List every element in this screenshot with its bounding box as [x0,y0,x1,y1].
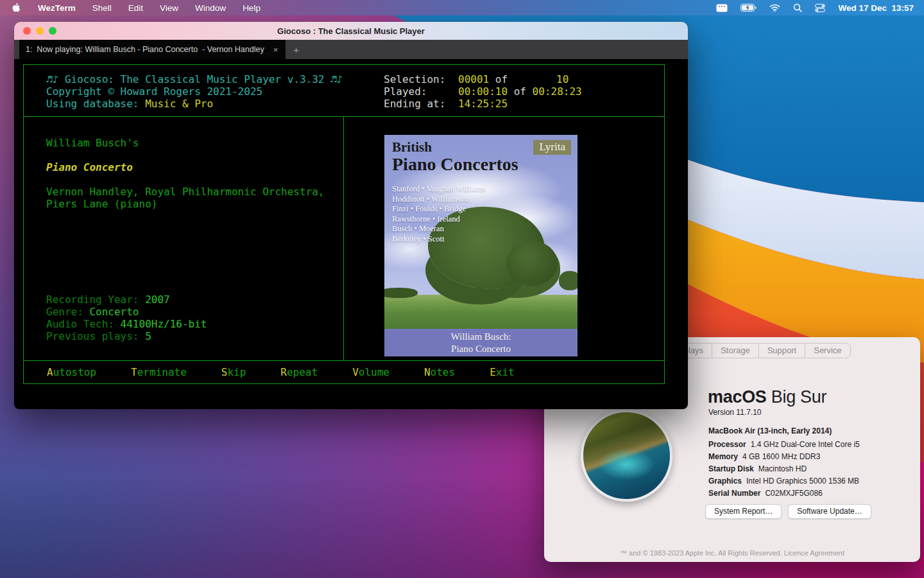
composer-list-line: Busch • Moeran [392,224,485,234]
desktop: Displays Storage Support Service macOS B… [0,0,924,578]
zoom-window-button[interactable] [49,27,56,35]
menu-item-label: xit [496,366,515,378]
menu-item-autostop[interactable]: Autostop [47,366,96,378]
menu-item-edit[interactable]: Edit [128,3,143,13]
control-center-icon[interactable] [815,4,825,12]
selection-total: 10 [556,73,569,85]
ending-label: Ending at: [384,98,458,110]
meta-value: 2007 [145,293,170,306]
spec-row-memory: Memory4 GB 1600 MHz DDR3 [708,451,860,463]
meta-recording-year: Recording Year: 2007 [46,293,343,306]
meta-label: Genre: [46,306,89,318]
tab-service[interactable]: Service [805,344,850,358]
system-report-button[interactable]: System Report… [705,504,782,519]
spec-value: 4 GB 1600 MHz DDR3 [742,452,820,461]
hotkey: T [131,366,137,378]
selection-of: of [489,73,508,85]
new-tab-button[interactable]: + [286,40,307,59]
keyboard-icon[interactable] [716,4,728,12]
composer-list-line: Berkeley • Scott [392,234,485,245]
spec-row-serial-number: Serial NumberC02MXJF5G086 [708,487,860,500]
bush-graphic [384,288,418,298]
macos-menu-bar: WezTerm Shell Edit View Window Help [0,0,924,15]
window-titlebar[interactable]: Giocoso : The Classical Music Player [14,22,688,40]
played-total: 00:28:23 [533,85,582,98]
menu-item-view[interactable]: View [160,3,178,13]
software-update-button[interactable]: Software Update… [788,504,871,519]
selection-label: Selection: [384,73,458,85]
menu-item-label: kip [227,366,246,378]
spec-label: Processor [708,440,746,449]
giocoso-tui: ♬♪ Giocoso: The Classical Music Player v… [23,64,665,384]
menu-item-label: otes [431,366,456,378]
ending-row: Ending at:14:25:25 [384,98,664,110]
banner-line-3: Using database: Music & Pro [46,98,384,110]
traffic-lights [23,27,56,35]
meta-value: Concerto [89,306,139,318]
spec-row-processor: Processor1.4 GHz Dual-Core Intel Core i5 [708,439,860,451]
spec-row-startup-disk: Startup DiskMacintosh HD [708,463,860,475]
about-tab-bar: Displays Storage Support Service [663,343,851,358]
menu-item-skip[interactable]: Skip [221,366,246,378]
menu-item-exit[interactable]: Exit [490,366,515,378]
os-name-bold: macOS [708,387,767,407]
played-label: Played: [384,85,458,98]
menu-item-window[interactable]: Window [195,3,226,13]
composer-line: William Busch's [46,137,343,149]
terminal-tab-1[interactable]: 1: Now playing: William Busch - Piano Co… [19,40,286,59]
menu-item-label: olume [359,366,389,378]
menu-item-repeat[interactable]: Repeat [280,366,318,378]
played-row: Played:00:00:10 of 00:28:23 [384,85,664,98]
os-name-title: macOS Big Sur [708,387,826,407]
db-label: Using database: [46,98,145,110]
blank-line [46,173,343,186]
window-title: Giocoso : The Classical Music Player [277,26,425,36]
selection-value: 00001 [458,73,489,85]
menu-item-terminate[interactable]: Terminate [131,366,187,378]
menu-item-notes[interactable]: Notes [424,366,455,378]
track-metadata: Recording Year: 2007 Genre: Concerto Aud… [46,293,343,342]
close-window-button[interactable] [23,27,31,35]
meta-value: 5 [145,330,151,342]
menu-item-volume[interactable]: Volume [352,366,389,378]
played-value: 00:00:10 [458,85,508,98]
menu-app-name[interactable]: WezTerm [38,3,76,13]
about-buttons: System Report… Software Update… [705,504,871,519]
spec-row-graphics: GraphicsIntel HD Graphics 5000 1536 MB [708,475,860,487]
licence-agreement-link[interactable]: Licence Agreement [784,549,844,557]
menu-item-label: utostop [53,366,96,378]
bush-graphic [559,271,578,290]
search-icon[interactable] [793,3,802,12]
spec-label: Startup Disk [708,464,754,473]
menu-item-help[interactable]: Help [243,3,261,13]
tab-storage[interactable]: Storage [712,344,758,358]
playback-status: Selection:00001 of10 Played:00:00:10 of … [384,73,664,116]
album-caption-line-2: Piano Concerto [384,343,578,355]
spec-list: Processor1.4 GHz Dual-Core Intel Core i5… [708,439,860,500]
menu-item-shell[interactable]: Shell [92,3,112,13]
album-cover-image: British Piano Concertos Lyrita Stanford … [384,135,578,356]
tab-close-icon[interactable]: × [273,45,278,55]
menu-bar-clock[interactable]: Wed 17 Dec 13:57 [838,3,914,13]
ending-value: 14:25:25 [458,98,508,110]
spec-label: Serial Number [708,489,760,498]
hotkey: N [424,366,431,378]
spec-value: Macintosh HD [758,464,807,473]
hotkey: A [47,366,53,378]
spec-label: Graphics [708,477,742,486]
apple-menu-icon[interactable] [12,3,21,13]
terminal-tab-bar: 1: Now playing: William Busch - Piano Co… [14,40,688,59]
played-of: of [508,85,533,98]
terminal-content[interactable]: ♬♪ Giocoso: The Classical Music Player v… [14,59,688,409]
performers-line-1: Vernon Handley, Royal Philharmonic Orche… [46,186,343,198]
album-caption: William Busch: Piano Concerto [384,329,578,356]
meta-label: Audio Tech: [46,318,121,330]
meta-label: Previous plays: [46,330,145,342]
wifi-icon[interactable] [769,4,780,12]
battery-charging-icon[interactable] [740,4,757,12]
os-name-rest: Big Sur [767,387,827,407]
tab-support[interactable]: Support [758,344,805,358]
menu-item-label: erminate [137,366,187,378]
hotkey: V [352,366,359,378]
minimize-window-button[interactable] [36,27,44,35]
